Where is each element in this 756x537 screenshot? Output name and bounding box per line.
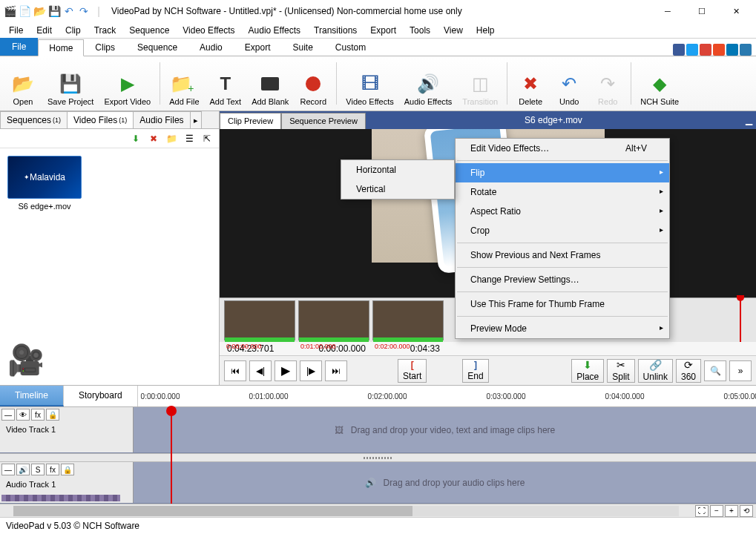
tab-sequence-preview[interactable]: Sequence Preview xyxy=(281,113,366,129)
ctx-flip-vertical[interactable]: Vertical xyxy=(341,179,454,199)
ctx-show-prev-next-frames[interactable]: Show Previous and Next Frames xyxy=(456,246,669,265)
facebook-icon[interactable] xyxy=(673,44,685,56)
collapse-track-icon[interactable]: — xyxy=(1,409,15,421)
ctx-rotate[interactable]: Rotate xyxy=(456,182,669,202)
ctx-change-preview-settings[interactable]: Change Preview Settings… xyxy=(456,270,669,289)
more-transport-button[interactable]: » xyxy=(729,360,752,381)
zoom-preview-button[interactable]: 🔍 xyxy=(704,360,726,381)
menu-help[interactable]: Help xyxy=(470,24,501,37)
place-button[interactable]: ⬇Place xyxy=(571,359,604,383)
twitter-icon[interactable] xyxy=(686,44,698,56)
ctx-preview-mode[interactable]: Preview Mode xyxy=(456,319,669,338)
zoom-reset-icon[interactable]: ⟲ xyxy=(740,505,753,517)
menu-view[interactable]: View xyxy=(438,24,469,37)
fx-icon[interactable]: fx xyxy=(31,409,45,421)
tab-timeline[interactable]: Timeline xyxy=(0,386,64,406)
video-track-body[interactable]: 🖼 Drag and drop your video, text and ima… xyxy=(134,407,756,452)
audio-track-body[interactable]: 🔊 Drag and drop your audio clips here xyxy=(134,462,756,503)
ribbon-tab-clips[interactable]: Clips xyxy=(84,39,126,56)
ribbon-tab-suite[interactable]: Suite xyxy=(281,39,323,56)
ctx-aspect-ratio[interactable]: Aspect Ratio xyxy=(456,202,669,221)
ctx-edit-video-effects[interactable]: Edit Video Effects… Alt+V xyxy=(456,139,669,158)
lock-icon[interactable]: 🔒 xyxy=(61,464,74,475)
audio-effects-button[interactable]: 🔊Audio Effects xyxy=(400,59,457,108)
collapse-icon[interactable]: ⇱ xyxy=(200,131,214,146)
ribbon-tab-sequence[interactable]: Sequence xyxy=(126,39,188,56)
ctx-flip-horizontal[interactable]: Horizontal xyxy=(341,160,454,179)
menu-export[interactable]: Export xyxy=(364,24,402,37)
stumble-icon[interactable] xyxy=(713,44,725,56)
strip-frame[interactable]: 0:02:00.000 xyxy=(372,300,444,340)
menu-sequence[interactable]: Sequence xyxy=(123,24,175,37)
new-folder-icon[interactable]: 📁 xyxy=(164,131,179,146)
ctx-flip[interactable]: Flip xyxy=(456,163,669,182)
step-back-button[interactable]: ◀| xyxy=(249,360,272,381)
tab-clip-preview[interactable]: Clip Preview xyxy=(220,113,281,129)
add-file-button[interactable]: 📁+Add File xyxy=(165,59,203,108)
ctx-crop[interactable]: Crop xyxy=(456,221,669,240)
menu-clip[interactable]: Clip xyxy=(59,24,87,37)
lock-icon[interactable]: 🔒 xyxy=(46,409,59,421)
menu-file[interactable]: File xyxy=(3,24,29,37)
save-project-button[interactable]: 💾Save Project xyxy=(43,59,98,108)
undo-icon[interactable]: ↶ xyxy=(62,4,76,18)
add-to-bin-icon[interactable]: ⬇ xyxy=(128,131,143,146)
go-end-button[interactable]: ⏭ xyxy=(325,360,347,381)
menu-edit[interactable]: Edit xyxy=(30,24,58,37)
bin-tab-video-files[interactable]: Video Files (1) xyxy=(67,111,134,128)
menu-audio-effects[interactable]: Audio Effects xyxy=(243,24,307,37)
bin-tab-audio-files[interactable]: Audio Files xyxy=(133,111,190,128)
bin-tab-sequences[interactable]: Sequences (1) xyxy=(0,111,68,128)
mark-end-button[interactable]: ]End xyxy=(462,359,488,383)
save-icon[interactable]: 💾 xyxy=(47,4,61,18)
play-button[interactable]: ▶ xyxy=(275,360,297,381)
delete-from-bin-icon[interactable]: ✖ xyxy=(146,131,161,146)
bin-tab-more[interactable]: ▸ xyxy=(190,111,202,128)
export-video-button[interactable]: ▶Export Video xyxy=(99,59,155,108)
ctx-use-thumb-frame[interactable]: Use This Frame for Thumb Frame xyxy=(456,294,669,314)
transition-button[interactable]: ◫Transition xyxy=(458,59,502,108)
nch-suite-button[interactable]: ◆NCH Suite xyxy=(636,59,683,108)
clip-thumbnail[interactable]: ✦ Malavida S6 edge+.mov xyxy=(7,156,82,211)
gplus-icon[interactable] xyxy=(700,44,711,56)
maximize-button[interactable]: ☐ xyxy=(685,0,719,22)
audio-track-header[interactable]: — 🔊 S fx 🔒 Audio Track 1 xyxy=(0,462,134,503)
open-folder-icon[interactable]: 📂 xyxy=(33,4,46,18)
add-blank-button[interactable]: Add Blank xyxy=(247,59,293,108)
visibility-icon[interactable]: 👁 xyxy=(16,409,30,421)
solo-icon[interactable]: S xyxy=(31,464,45,475)
strip-frame[interactable]: 0:00:00.000 xyxy=(224,300,295,340)
timeline-scrollbar[interactable]: ⛶ − + ⟲ xyxy=(0,504,756,517)
open-button[interactable]: 📂Open xyxy=(4,59,42,108)
file-tab[interactable]: File xyxy=(0,38,38,56)
ribbon-tab-export[interactable]: Export xyxy=(234,39,282,56)
zoom-out-icon[interactable]: − xyxy=(710,505,723,517)
split-button[interactable]: ✂Split xyxy=(607,359,634,383)
menu-video-effects[interactable]: Video Effects xyxy=(177,24,240,37)
fx-icon[interactable]: fx xyxy=(46,464,59,475)
ribbon-tab-custom[interactable]: Custom xyxy=(324,39,377,56)
help-icon[interactable] xyxy=(740,44,752,56)
mark-start-button[interactable]: [Start xyxy=(398,359,427,383)
menu-track[interactable]: Track xyxy=(88,24,122,37)
ribbon-tab-audio[interactable]: Audio xyxy=(188,39,234,56)
step-fwd-button[interactable]: |▶ xyxy=(300,360,322,381)
zoom-in-icon[interactable]: + xyxy=(725,505,738,517)
track-splitter[interactable] xyxy=(0,453,756,462)
scrollbar-track[interactable] xyxy=(13,506,679,516)
delete-button[interactable]: ✖Delete xyxy=(512,59,549,108)
close-button[interactable]: ✕ xyxy=(719,0,753,22)
add-text-button[interactable]: TAdd Text xyxy=(206,59,246,108)
mute-icon[interactable]: 🔊 xyxy=(16,464,30,475)
undo-button[interactable]: ↶Undo xyxy=(550,59,588,108)
list-view-icon[interactable]: ☰ xyxy=(182,131,197,146)
bin-content[interactable]: ✦ Malavida S6 edge+.mov 🎥 xyxy=(0,148,219,385)
unlink-button[interactable]: 🔗Unlink xyxy=(638,359,673,383)
redo-icon[interactable]: ↷ xyxy=(77,4,91,18)
record-button[interactable]: Record xyxy=(295,59,332,108)
menu-transitions[interactable]: Transitions xyxy=(308,24,363,37)
tab-storyboard[interactable]: Storyboard xyxy=(64,386,138,406)
new-icon[interactable]: 📄 xyxy=(18,4,31,18)
strip-frame[interactable]: 0:01:00.000 xyxy=(298,300,369,340)
strip-playhead[interactable] xyxy=(740,298,741,342)
